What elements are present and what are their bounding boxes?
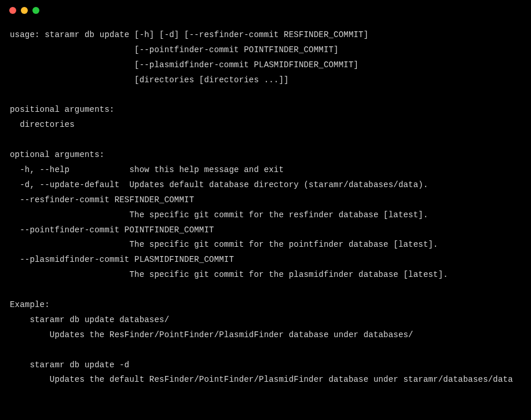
- terminal-output: usage: staramr db update [-h] [-d] [--re…: [0, 21, 531, 388]
- terminal-line: --pointfinder-commit POINTFINDER_COMMIT: [10, 225, 214, 235]
- terminal-line: -d, --update-default Updates default dat…: [10, 180, 429, 189]
- terminal-line: directories: [10, 120, 75, 129]
- terminal-line: staramr db update -d: [10, 360, 129, 370]
- terminal-line: usage: staramr db update [-h] [-d] [--re…: [10, 30, 368, 39]
- terminal-line: optional arguments:: [10, 150, 104, 159]
- terminal-line: -h, --help show this help message and ex…: [10, 165, 284, 174]
- maximize-icon[interactable]: [32, 7, 39, 14]
- terminal-line: staramr db update databases/: [10, 315, 169, 324]
- terminal-line: The specific git commit for the plasmidf…: [10, 270, 448, 279]
- terminal-line: [--plasmidfinder-commit PLASMIDFINDER_CO…: [10, 60, 358, 70]
- terminal-line: Updates the default ResFinder/PointFinde…: [10, 375, 513, 384]
- window-titlebar: [0, 0, 531, 21]
- terminal-line: --resfinder-commit RESFINDER_COMMIT: [10, 195, 194, 204]
- terminal-line: The specific git commit for the pointfin…: [10, 240, 438, 249]
- terminal-line: [directories [directories ...]]: [10, 75, 289, 85]
- terminal-line: [--pointfinder-commit POINTFINDER_COMMIT…: [10, 45, 339, 54]
- terminal-line: Updates the ResFinder/PointFinder/Plasmi…: [10, 330, 413, 339]
- close-icon[interactable]: [9, 7, 16, 14]
- terminal-line: --plasmidfinder-commit PLASMIDFINDER_COM…: [10, 255, 234, 264]
- terminal-line: positional arguments:: [10, 105, 115, 114]
- minimize-icon[interactable]: [21, 7, 28, 14]
- terminal-line: Example:: [10, 300, 50, 309]
- terminal-line: The specific git commit for the resfinde…: [10, 210, 429, 220]
